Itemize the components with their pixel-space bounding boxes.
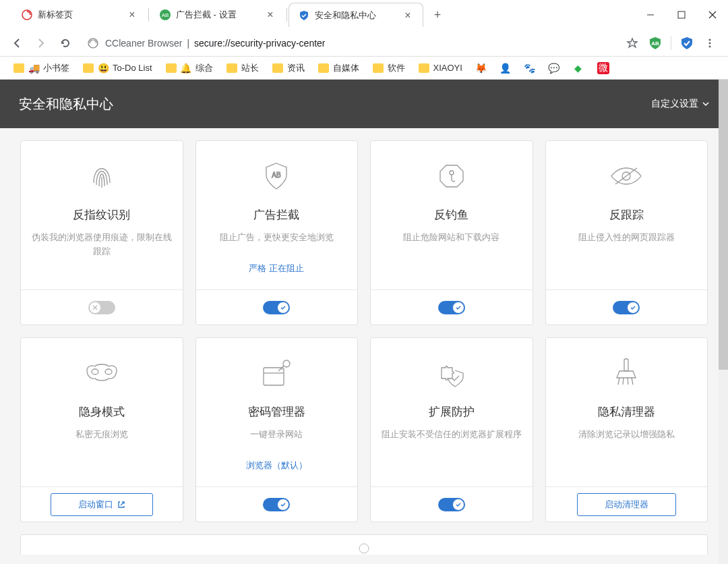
page-title: 安全和隐私中心 bbox=[19, 95, 113, 113]
chevron-down-icon bbox=[702, 102, 709, 106]
folder-icon bbox=[419, 63, 429, 73]
svg-text:AB: AB bbox=[651, 40, 659, 47]
ab-extension-icon[interactable]: AB bbox=[648, 36, 663, 51]
close-icon[interactable]: × bbox=[402, 10, 413, 21]
card-title: 广告拦截 bbox=[253, 207, 299, 223]
svg-text:AB: AB bbox=[162, 12, 169, 18]
svg-point-30 bbox=[359, 544, 369, 553]
launch-incognito-button[interactable]: 启动窗口 bbox=[51, 493, 153, 516]
tab-0[interactable]: 新标签页 × bbox=[12, 3, 147, 27]
svg-point-18 bbox=[92, 369, 98, 374]
customize-settings-button[interactable]: 自定义设置 bbox=[651, 98, 709, 110]
bookmark-folder[interactable]: 😃To-Do List bbox=[79, 60, 156, 76]
svg-point-23 bbox=[283, 360, 290, 367]
bookmark-item[interactable]: 🦊 bbox=[472, 60, 491, 76]
tab-title: 新标签页 bbox=[38, 9, 121, 21]
card-status[interactable]: 浏览器（默认） bbox=[246, 459, 307, 477]
card-extension-guard: 扩展防护 阻止安装不受信任的浏览器扩展程序 bbox=[370, 337, 533, 522]
bookmark-folder[interactable]: 🚚小书签 bbox=[9, 59, 73, 77]
external-link-icon bbox=[117, 501, 125, 509]
bookmark-item[interactable]: 微 bbox=[593, 59, 613, 77]
svg-rect-4 bbox=[678, 11, 685, 18]
svg-rect-21 bbox=[264, 368, 284, 385]
close-icon[interactable]: × bbox=[127, 9, 138, 20]
svg-line-17 bbox=[615, 168, 637, 184]
card-title: 扩展防护 bbox=[429, 404, 475, 420]
bookmark-item[interactable]: 💬 bbox=[545, 60, 564, 76]
card-desc: 阻止危险网站和下载内容 bbox=[403, 231, 499, 245]
toggle-password-manager[interactable] bbox=[263, 498, 290, 511]
card-title: 密码管理器 bbox=[248, 404, 305, 420]
svg-line-27 bbox=[623, 378, 624, 385]
folder-icon bbox=[83, 63, 94, 73]
bookmarks-bar: 🚚小书签 😃To-Do List 🔔综合 站长 资讯 自媒体 软件 XIAOYI… bbox=[0, 57, 728, 80]
shield-ab-icon: AB bbox=[260, 157, 293, 195]
card-anti-fingerprint: 反指纹识别 伪装我的浏览器使用痕迹，限制在线跟踪 bbox=[20, 140, 183, 325]
card-desc: 伪装我的浏览器使用痕迹，限制在线跟踪 bbox=[30, 231, 173, 259]
tab-separator bbox=[148, 8, 149, 22]
close-window-button[interactable] bbox=[697, 0, 728, 30]
shield-extension-icon[interactable] bbox=[679, 36, 694, 51]
bookmark-folder[interactable]: 软件 bbox=[369, 59, 409, 77]
svg-point-9 bbox=[709, 38, 711, 40]
toggle-extension-guard[interactable] bbox=[438, 498, 465, 511]
tab-2-active[interactable]: 安全和隐私中心 × bbox=[289, 3, 423, 27]
reload-button[interactable] bbox=[55, 33, 75, 53]
folder-icon bbox=[13, 63, 24, 73]
wechat-icon: 💬 bbox=[549, 63, 559, 74]
back-button[interactable] bbox=[7, 33, 27, 53]
tab-bar: 新标签页 × AB 广告拦截 - 设置 × 安全和隐私中心 × + bbox=[0, 0, 627, 30]
bookmark-folder[interactable]: XIAOYI bbox=[415, 60, 466, 76]
toggle-anti-phishing[interactable] bbox=[438, 301, 465, 314]
bookmark-item[interactable]: ◆ bbox=[569, 60, 588, 76]
svg-point-19 bbox=[105, 369, 112, 374]
bookmark-item[interactable]: 👤 bbox=[496, 60, 515, 76]
cards-grid: 反指纹识别 伪装我的浏览器使用痕迹，限制在线跟踪 AB 广告拦截 阻止广告，更快… bbox=[0, 128, 728, 534]
launch-cleaner-button[interactable]: 启动清理器 bbox=[577, 493, 676, 516]
brush-icon bbox=[611, 354, 641, 392]
todo-icon: 😃 bbox=[98, 63, 109, 74]
bookmark-folder[interactable]: 站长 bbox=[222, 59, 263, 77]
partial-icon bbox=[351, 542, 377, 555]
tab-title: 安全和隐私中心 bbox=[315, 9, 397, 22]
close-icon[interactable]: × bbox=[265, 9, 276, 20]
page-header: 安全和隐私中心 自定义设置 bbox=[0, 80, 728, 128]
svg-text:AB: AB bbox=[272, 171, 282, 179]
card-title: 反指纹识别 bbox=[73, 207, 130, 223]
tab-separator bbox=[286, 8, 287, 22]
paw-icon: 🐾 bbox=[524, 63, 535, 74]
new-tab-button[interactable]: + bbox=[427, 5, 448, 25]
bookmark-folder[interactable]: 自媒体 bbox=[314, 59, 363, 77]
url-box[interactable]: CCleaner Browser | secure://security-pri… bbox=[80, 33, 621, 53]
maximize-button[interactable] bbox=[666, 0, 697, 30]
truck-icon: 🚚 bbox=[28, 63, 39, 74]
url-text: CCleaner Browser | secure://security-pri… bbox=[105, 38, 326, 49]
toggle-anti-fingerprint[interactable] bbox=[88, 301, 115, 314]
phishing-icon bbox=[435, 157, 468, 195]
minimize-button[interactable] bbox=[635, 0, 666, 30]
menu-button[interactable] bbox=[702, 36, 717, 51]
site-info-icon[interactable] bbox=[88, 38, 98, 49]
star-icon[interactable] bbox=[625, 36, 640, 51]
card-anti-tracking: 反跟踪 阻止侵入性的网页跟踪器 bbox=[545, 140, 708, 325]
bookmark-icon: 👤 bbox=[500, 63, 511, 74]
card-incognito: 隐身模式 私密无痕浏览 启动窗口 bbox=[20, 337, 183, 522]
card-privacy-cleaner: 隐私清理器 清除浏览记录以增强隐私 启动清理器 bbox=[545, 337, 708, 522]
card-desc: 阻止广告，更快更安全地浏览 bbox=[220, 231, 334, 245]
key-vault-icon bbox=[260, 354, 293, 392]
svg-line-20 bbox=[121, 502, 124, 505]
bookmark-folder[interactable]: 🔔综合 bbox=[162, 59, 217, 77]
scrollbar[interactable] bbox=[719, 80, 728, 564]
eye-off-icon bbox=[607, 157, 645, 195]
bookmark-item[interactable]: 🐾 bbox=[520, 60, 539, 76]
card-title: 反钓鱼 bbox=[434, 207, 468, 223]
card-desc: 一键登录网站 bbox=[250, 428, 303, 442]
tab-1[interactable]: AB 广告拦截 - 设置 × bbox=[150, 3, 285, 27]
card-partial bbox=[20, 534, 708, 555]
toggle-anti-tracking[interactable] bbox=[613, 301, 640, 314]
card-status[interactable]: 严格正在阻止 bbox=[249, 262, 304, 280]
bookmark-folder[interactable]: 资讯 bbox=[268, 59, 309, 77]
forward-button[interactable] bbox=[31, 33, 51, 53]
toggle-adblock[interactable] bbox=[263, 301, 290, 314]
card-desc: 阻止侵入性的网页跟踪器 bbox=[578, 231, 675, 245]
